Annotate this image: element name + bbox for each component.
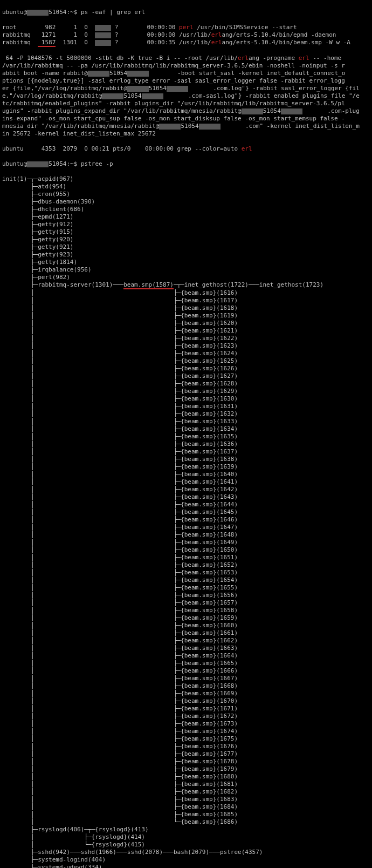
tree-line: │ ├─{beam.smp}(1667) xyxy=(2,675,370,682)
tree-line: │ ├─{beam.smp}(1648) xyxy=(2,531,370,539)
tree-line: │ ├─{beam.smp}(1650) xyxy=(2,546,370,554)
ps-row: root 982 1 0 ? 00:00:00 perl /usr/bin/SI… xyxy=(2,24,370,31)
tree-line: │ ├─{beam.smp}(1661) xyxy=(2,629,370,637)
tree-line: │ ├─{beam.smp}(1658) xyxy=(2,607,370,614)
tree-line: │ ├─{beam.smp}(1646) xyxy=(2,516,370,524)
tree-line: │ ├─{beam.smp}(1674) xyxy=(2,728,370,735)
tree-line: │ ├─{beam.smp}(1660) xyxy=(2,622,370,629)
ps-wrap-line: abbit boot -name rabbit@51054 -boot star… xyxy=(2,70,370,77)
ps-wrap-line: 64 -P 1048576 -t 5000000 -stbt db -K tru… xyxy=(2,55,370,62)
command-2: pstree -p xyxy=(81,160,113,167)
tree-line: │ ├─{beam.smp}(1617) xyxy=(2,297,370,304)
ps-wrap-line: tc/rabbitmq/enabled_plugins" -rabbit plu… xyxy=(2,100,370,107)
tree-line: ├─systemd-logind(404) xyxy=(2,856,370,864)
tree-line: │ ├─{beam.smp}(1625) xyxy=(2,357,370,365)
tree-line: │ ├─{beam.smp}(1670) xyxy=(2,697,370,705)
tree-line: │ ├─{beam.smp}(1629) xyxy=(2,388,370,395)
ps-row-last: ubuntu 4353 2079 0 00:21 pts/0 00:00:00 … xyxy=(2,145,370,153)
tree-line: ├─getty(1814) xyxy=(2,259,370,266)
tree-line: │ ├─{beam.smp}(1675) xyxy=(2,735,370,743)
tree-line: │ ├─{beam.smp}(1619) xyxy=(2,312,370,320)
tree-line: ├─getty(912) xyxy=(2,221,370,228)
tree-line: │ ├─{beam.smp}(1644) xyxy=(2,501,370,508)
tree-line: │ ├─{beam.smp}(1656) xyxy=(2,592,370,599)
tree-line: │ ├─{beam.smp}(1666) xyxy=(2,667,370,675)
tree-line: ├─dhclient(686) xyxy=(2,206,370,213)
ps-wrap-line: ugins" -rabbit plugins_expand_dir "/var/… xyxy=(2,107,370,115)
ps-wrap-line: ptions [{nodelay,true}] -sasl errlog_typ… xyxy=(2,77,370,85)
tree-line: │ ├─{beam.smp}(1643) xyxy=(2,493,370,501)
tree-line: ├─epmd(1271) xyxy=(2,213,370,221)
tree-line: │ ├─{beam.smp}(1684) xyxy=(2,803,370,811)
tree-line: │ ├─{beam.smp}(1659) xyxy=(2,614,370,622)
tree-line: │ ├─{beam.smp}(1653) xyxy=(2,569,370,577)
tree-line: │ ├─{beam.smp}(1616) xyxy=(2,289,370,297)
tree-line: │ ├─{beam.smp}(1685) xyxy=(2,811,370,818)
tree-line: │ ├─{beam.smp}(1642) xyxy=(2,486,370,493)
ps-wrap-line: mnesia dir "/var/lib/rabbitmq/mnesia/rab… xyxy=(2,123,370,130)
tree-line: │ ├─{beam.smp}(1621) xyxy=(2,327,370,335)
tree-line: │ ├─{beam.smp}(1669) xyxy=(2,690,370,697)
tree-line: │ ├─{beam.smp}(1654) xyxy=(2,577,370,584)
tree-line: │ ├─{beam.smp}(1647) xyxy=(2,524,370,531)
prompt-line-2: ubuntu@51054:~$ pstree -p xyxy=(2,160,370,168)
tree-line: ├─getty(921) xyxy=(2,243,370,251)
tree-line: │ ├─{beam.smp}(1679) xyxy=(2,765,370,773)
redacted-host xyxy=(27,161,49,167)
redacted-host xyxy=(27,10,49,16)
tree-line: │ ├─{rsyslogd}(414) xyxy=(2,833,370,841)
prompt-line-1: ubuntu@51054:~$ ps -eaf | grep erl xyxy=(2,9,370,16)
tree-line: │ ├─{beam.smp}(1664) xyxy=(2,652,370,660)
tree-line: │ ├─{beam.smp}(1645) xyxy=(2,508,370,516)
tree-line: │ ├─{beam.smp}(1676) xyxy=(2,743,370,750)
tree-line: ├─rsyslogd(406)─┬─{rsyslogd}(413) xyxy=(2,826,370,833)
tree-line: ├─sshd(942)───sshd(1966)───sshd(2078)───… xyxy=(2,849,370,856)
tree-line: │ ├─{beam.smp}(1677) xyxy=(2,750,370,758)
tree-line: │ ├─{beam.smp}(1682) xyxy=(2,788,370,796)
tree-line: ├─systemd-udevd(334) xyxy=(2,864,370,868)
ps-wrap-line: in 25672 -kernel inet_dist_listen_max 25… xyxy=(2,130,370,138)
tree-line: │ ├─{beam.smp}(1640) xyxy=(2,471,370,478)
tree-line: │ ├─{beam.smp}(1632) xyxy=(2,410,370,418)
tree-line: │ ├─{beam.smp}(1681) xyxy=(2,781,370,788)
tree-line: │ ├─{beam.smp}(1651) xyxy=(2,554,370,561)
tree-line: ├─dbus-daemon(390) xyxy=(2,198,370,206)
ps-wrap-line: e,"/var/log/rabbitmq/rabbit@51054 .com-s… xyxy=(2,92,370,100)
tree-line: │ ├─{beam.smp}(1668) xyxy=(2,682,370,690)
tree-line: │ ├─{beam.smp}(1626) xyxy=(2,365,370,372)
terminal[interactable]: ubuntu@51054:~$ ps -eaf | grep erl root … xyxy=(0,0,372,868)
ps-wrap-line: er {file,"/var/log/rabbitmq/rabbit@51054… xyxy=(2,85,370,92)
tree-line: │ ├─{beam.smp}(1628) xyxy=(2,380,370,388)
tree-line: │ ├─{beam.smp}(1671) xyxy=(2,705,370,713)
tree-line: ├─perl(982) xyxy=(2,274,370,281)
tree-line: │ ├─{beam.smp}(1649) xyxy=(2,539,370,546)
tree-line: │ ├─{beam.smp}(1630) xyxy=(2,395,370,403)
tree-line: │ ├─{beam.smp}(1627) xyxy=(2,372,370,380)
tree-line: │ ├─{beam.smp}(1624) xyxy=(2,350,370,357)
tree-line: │ ├─{beam.smp}(1641) xyxy=(2,478,370,486)
tree-line: │ ├─{beam.smp}(1663) xyxy=(2,645,370,652)
tree-line: │ ├─{beam.smp}(1680) xyxy=(2,773,370,781)
pstree-output: init(1)─┬─acpid(967) ├─atd(954) ├─cron(9… xyxy=(2,175,370,868)
tree-line: ├─irqbalance(956) xyxy=(2,266,370,274)
tree-line: ├─getty(920) xyxy=(2,236,370,243)
tree-line: │ ├─{beam.smp}(1634) xyxy=(2,425,370,433)
tree-line: │ ├─{beam.smp}(1633) xyxy=(2,418,370,425)
tree-line: │ ├─{beam.smp}(1618) xyxy=(2,304,370,312)
tree-line: │ ├─{beam.smp}(1635) xyxy=(2,433,370,440)
tree-line: ├─getty(923) xyxy=(2,251,370,259)
tree-line: │ ├─{beam.smp}(1623) xyxy=(2,342,370,350)
ps-wrap-line: /var/lib/rabbitmq -- -pa /usr/lib/rabbit… xyxy=(2,62,370,70)
tree-line: init(1)─┬─acpid(967) xyxy=(2,175,370,183)
tree-line: │ ├─{beam.smp}(1657) xyxy=(2,599,370,607)
tree-line: │ ├─{beam.smp}(1620) xyxy=(2,320,370,327)
tree-line: │ └─{rsyslogd}(415) xyxy=(2,841,370,849)
tree-line: │ ├─{beam.smp}(1683) xyxy=(2,796,370,803)
tree-line: │ ├─{beam.smp}(1639) xyxy=(2,463,370,471)
ps-wrap-line: ins-expand" -os_mon start_cpu_sup false … xyxy=(2,115,370,123)
tree-line: │ ├─{beam.smp}(1655) xyxy=(2,584,370,592)
command-1: ps -eaf | grep erl xyxy=(81,9,145,16)
tree-line: │ ├─{beam.smp}(1672) xyxy=(2,713,370,720)
tree-line: │ ├─{beam.smp}(1638) xyxy=(2,456,370,463)
tree-line: ├─cron(955) xyxy=(2,191,370,198)
